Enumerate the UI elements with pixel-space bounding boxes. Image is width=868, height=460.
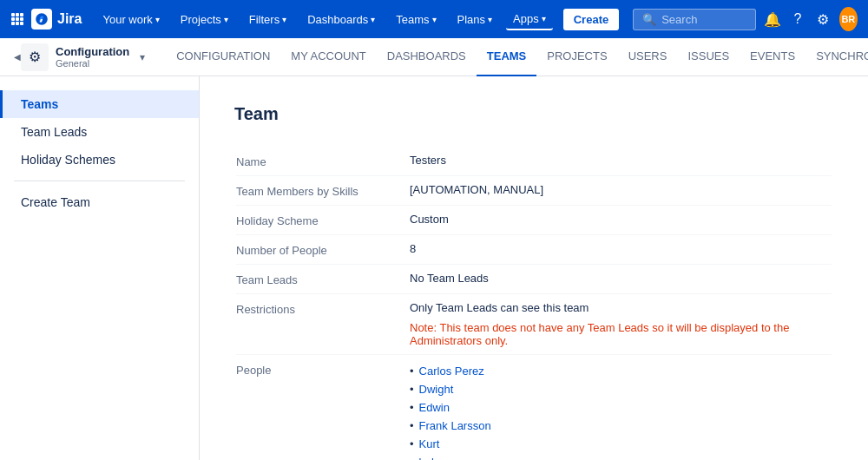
nav-teams[interactable]: Teams ▾ xyxy=(389,10,443,30)
svg-rect-0 xyxy=(11,13,15,16)
value-holiday-scheme: Custom xyxy=(410,213,832,227)
label-name: Name xyxy=(236,154,410,168)
list-item: Carlos Perez xyxy=(410,362,832,380)
field-number-of-people: Number of People 8 xyxy=(236,235,832,265)
field-name: Name Testers xyxy=(236,147,832,176)
subnav-my-account[interactable]: MY ACCOUNT xyxy=(280,38,376,76)
nav-filters[interactable]: Filters ▾ xyxy=(242,10,293,30)
label-restrictions: Restrictions xyxy=(236,301,410,347)
field-skills: Team Members by Skills [AUTOMATION, MANU… xyxy=(236,176,832,206)
sidebar-item-create-team[interactable]: Create Team xyxy=(0,188,199,216)
create-button[interactable]: Create xyxy=(563,9,619,30)
field-team-leads: Team Leads No Team Leads xyxy=(236,265,832,294)
detail-table: Name Testers Team Members by Skills [AUT… xyxy=(234,145,833,460)
subnav-issues[interactable]: ISSUES xyxy=(677,38,740,76)
sidebar: Teams Team Leads Holiday Schemes Create … xyxy=(0,76,200,460)
search-box[interactable]: 🔍 Search xyxy=(633,9,756,30)
subnav-projects[interactable]: PROJECTS xyxy=(536,38,617,76)
notifications-icon[interactable]: 🔔 xyxy=(763,7,781,31)
grid-icon[interactable] xyxy=(10,12,24,26)
svg-rect-2 xyxy=(20,13,23,16)
help-icon[interactable]: ? xyxy=(788,7,806,31)
chevron-down-icon: ▾ xyxy=(282,15,286,24)
sidebar-item-teams[interactable]: Teams xyxy=(0,90,199,118)
collapse-button[interactable]: ◀ xyxy=(14,38,21,76)
list-item: bob.green xyxy=(410,453,832,460)
label-number-of-people: Number of People xyxy=(236,242,410,257)
svg-rect-7 xyxy=(16,22,19,25)
sidebar-item-team-leads[interactable]: Team Leads xyxy=(0,118,199,146)
svg-rect-6 xyxy=(11,22,15,25)
chevron-down-icon: ▾ xyxy=(371,15,375,24)
settings-icon[interactable]: ⚙ xyxy=(814,7,832,31)
layout: Teams Team Leads Holiday Schemes Create … xyxy=(0,76,868,460)
sub-nav: ◀ ⚙ Configuration General ▾ CONFIGURATIO… xyxy=(0,38,868,76)
config-chevron-icon: ▾ xyxy=(140,51,145,63)
person-link[interactable]: Edwin xyxy=(419,401,450,414)
value-skills: [AUTOMATION, MANUAL] xyxy=(410,183,832,198)
nav-apps[interactable]: Apps ▾ xyxy=(506,9,553,30)
field-restrictions: Restrictions Only Team Leads can see thi… xyxy=(236,294,832,355)
value-team-leads: No Team Leads xyxy=(410,272,832,286)
search-placeholder: Search xyxy=(661,13,697,26)
list-item: Kurt xyxy=(410,435,832,453)
chevron-down-icon: ▾ xyxy=(155,15,160,24)
label-skills: Team Members by Skills xyxy=(236,183,410,198)
svg-rect-3 xyxy=(11,17,15,21)
config-icon: ⚙ xyxy=(21,43,49,71)
chevron-down-icon: ▾ xyxy=(488,15,492,24)
svg-rect-8 xyxy=(20,22,23,25)
svg-rect-4 xyxy=(16,17,19,21)
person-link[interactable]: bob.green xyxy=(419,456,470,460)
subnav-events[interactable]: EVENTS xyxy=(740,38,806,76)
nav-plans[interactable]: Plans ▾ xyxy=(450,10,500,30)
label-holiday-scheme: Holiday Scheme xyxy=(236,213,410,227)
top-nav: Jira Your work ▾ Projects ▾ Filters ▾ Da… xyxy=(0,0,868,38)
main-content: Team Name Testers Team Members by Skills… xyxy=(200,76,868,460)
value-people: Carlos Perez Dwight Edwin Frank Larsson … xyxy=(410,362,832,460)
chevron-down-icon: ▾ xyxy=(432,15,437,24)
search-icon: 🔍 xyxy=(642,13,656,26)
sidebar-divider xyxy=(14,181,185,181)
sidebar-item-holiday-schemes[interactable]: Holiday Schemes xyxy=(0,146,199,174)
subnav-configuration[interactable]: CONFIGURATION xyxy=(166,38,280,76)
people-list: Carlos Perez Dwight Edwin Frank Larsson … xyxy=(410,362,832,460)
person-link[interactable]: Dwight xyxy=(419,383,454,396)
value-restrictions: Only Team Leads can see this team Note: … xyxy=(410,301,832,347)
svg-rect-1 xyxy=(16,13,19,16)
warning-note: Note: This team does not have any Team L… xyxy=(410,321,832,347)
logo[interactable]: Jira xyxy=(31,9,82,30)
field-holiday-scheme: Holiday Scheme Custom xyxy=(236,206,832,235)
list-item: Frank Larsson xyxy=(410,417,832,435)
nav-your-work[interactable]: Your work ▾ xyxy=(95,10,166,30)
config-title: Configuration xyxy=(56,45,129,58)
page-title: Team xyxy=(234,104,833,124)
subnav-teams[interactable]: TEAMS xyxy=(477,38,537,76)
config-subtitle: General xyxy=(56,58,129,69)
svg-rect-5 xyxy=(20,17,23,21)
subnav-dashboards[interactable]: DASHBOARDS xyxy=(377,38,477,76)
nav-dashboards[interactable]: Dashboards ▾ xyxy=(300,10,382,30)
subnav-synchronization[interactable]: SYNCHRONIZATION xyxy=(806,38,868,76)
list-item: Edwin xyxy=(410,398,832,417)
chevron-down-icon: ▾ xyxy=(542,14,546,23)
nav-projects[interactable]: Projects ▾ xyxy=(174,10,235,30)
config-section: ⚙ Configuration General ▾ xyxy=(21,43,145,71)
chevron-down-icon: ▾ xyxy=(224,15,228,24)
person-link[interactable]: Carlos Perez xyxy=(419,365,484,378)
avatar[interactable]: BR xyxy=(839,7,858,31)
label-team-leads: Team Leads xyxy=(236,272,410,286)
subnav-users[interactable]: USERS xyxy=(618,38,678,76)
person-link[interactable]: Kurt xyxy=(419,437,440,450)
list-item: Dwight xyxy=(410,380,832,398)
label-people: People xyxy=(236,362,410,460)
value-number-of-people: 8 xyxy=(410,242,832,257)
field-people: People Carlos Perez Dwight Edwin Frank L… xyxy=(236,355,832,460)
value-name: Testers xyxy=(410,154,832,168)
logo-text: Jira xyxy=(57,11,82,27)
person-link[interactable]: Frank Larsson xyxy=(419,419,491,432)
